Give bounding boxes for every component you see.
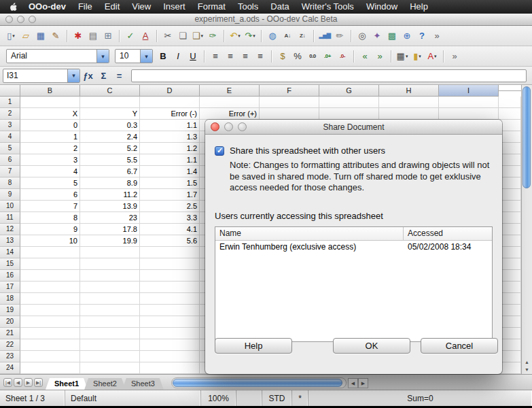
cell-B23[interactable] [20,351,80,362]
row-header-7[interactable]: 7 [0,166,20,177]
last-sheet-button[interactable]: ▶| [34,378,43,387]
cell-D1[interactable] [140,97,200,108]
cell-C18[interactable] [80,293,140,305]
cell-D4[interactable]: 1.3 [140,131,200,143]
menu-file[interactable]: File [72,0,99,14]
cell-B12[interactable]: 9 [20,224,80,235]
cell-B9[interactable]: 6 [20,189,80,201]
cell-D3[interactable]: 1.1 [140,120,200,131]
cell-D7[interactable]: 1.4 [140,166,200,177]
cell-C13[interactable]: 19.9 [80,235,140,247]
spellcheck-icon[interactable]: ✓ [124,29,137,43]
cell-D23[interactable] [140,351,200,362]
row-header-18[interactable]: 18 [0,293,20,305]
cell-C19[interactable] [80,305,140,316]
share-checkbox[interactable] [215,146,224,156]
row-header-5[interactable]: 5 [0,143,20,154]
cell-C5[interactable]: 5.2 [80,143,140,154]
cell-D10[interactable]: 2.5 [140,201,200,212]
apple-menu-icon[interactable] [4,2,22,12]
cell-B3[interactable]: 0 [20,120,80,131]
cell-B5[interactable]: 2 [20,143,80,154]
row-header-12[interactable]: 12 [0,224,20,235]
row-header-15[interactable]: 15 [0,258,20,270]
increase-indent-icon[interactable]: » [373,49,387,63]
cell-D20[interactable] [140,316,200,328]
window-zoom-button[interactable] [29,16,36,23]
cell-D5[interactable]: 1.2 [140,143,200,154]
auto-spellcheck-icon[interactable]: A [139,29,152,43]
cell-C22[interactable] [80,339,140,351]
cell-B20[interactable] [20,316,80,328]
cell-B15[interactable] [20,258,80,270]
cell-G1[interactable] [319,97,379,108]
cell-D18[interactable] [140,293,200,305]
font-size-dropdown-icon[interactable] [140,50,152,63]
menu-help[interactable]: Help [404,0,434,14]
background-color-icon[interactable]: ▮▾ [410,49,424,63]
column-header-B[interactable]: B [20,85,80,97]
cell-C15[interactable] [80,258,140,270]
users-table-header-accessed[interactable]: Accessed [404,227,447,240]
row-header-17[interactable]: 17 [0,282,20,293]
cell-D21[interactable] [140,328,200,339]
delete-decimal-icon[interactable]: .0- [336,49,349,63]
cell-D19[interactable] [140,305,200,316]
cell-C10[interactable]: 13.9 [80,201,140,212]
hyperlink-icon[interactable]: ◍ [266,29,279,43]
column-header-partial[interactable] [499,90,521,91]
cell-E1[interactable] [200,97,260,108]
menu-data[interactable]: Data [264,0,295,14]
cell-B2[interactable]: X [20,108,80,120]
column-header-F[interactable]: F [260,85,319,97]
row-header-14[interactable]: 14 [0,247,20,258]
zoom-icon[interactable]: ⊕ [400,29,414,43]
scroll-right-icon[interactable]: ▶ [358,378,368,388]
cell-D15[interactable] [140,258,200,270]
menu-insert[interactable]: Insert [157,0,192,14]
sort-descending-icon[interactable]: Z↓ [296,29,309,43]
menu-format[interactable]: Format [192,0,232,14]
undo-icon[interactable]: ↶▾ [228,29,242,43]
cell-B8[interactable]: 5 [20,177,80,189]
column-header-C[interactable]: C [80,85,140,97]
row-header-4[interactable]: 4 [0,131,20,143]
cell-B11[interactable]: 8 [20,212,80,224]
row-header-23[interactable]: 23 [0,351,20,362]
cell-E2[interactable]: Error (+) [200,108,260,120]
cell-C4[interactable]: 2.4 [80,131,140,143]
cell-D13[interactable]: 5.6 [140,235,200,247]
cell-D6[interactable]: 1.1 [140,154,200,166]
print-icon[interactable]: ▤ [86,29,100,43]
add-decimal-icon[interactable]: .0+ [321,49,334,63]
font-size-select[interactable]: 10 [115,49,153,63]
font-name-select[interactable]: Arial [6,49,109,63]
dialog-titlebar[interactable]: Share Document [205,120,502,135]
select-all-corner[interactable] [0,85,20,97]
cell-B10[interactable]: 7 [20,201,80,212]
paste-icon[interactable]: ❑▾ [191,29,205,43]
row-header-2[interactable]: 2 [0,108,20,120]
cell-C3[interactable]: 0.3 [80,120,140,131]
cell-B18[interactable] [20,293,80,305]
cell-partial-2[interactable] [499,108,521,120]
cell-H2[interactable] [379,108,439,120]
cell-D9[interactable]: 1.7 [140,189,200,201]
cell-D16[interactable] [140,270,200,282]
align-justified-icon[interactable]: ≡ [253,49,267,63]
function-wizard-button[interactable]: ƒx [81,69,95,82]
previous-sheet-button[interactable]: ◀ [14,378,22,387]
vertical-scrollbar[interactable]: ▲ ▼ [521,85,532,374]
new-document-icon[interactable]: ▯▾ [4,29,18,43]
format-percent-icon[interactable]: % [291,49,304,63]
cell-D14[interactable] [140,247,200,258]
scroll-left-icon[interactable]: ◀ [348,378,358,388]
decrease-indent-icon[interactable]: « [358,49,372,63]
cell-B4[interactable]: 1 [20,131,80,143]
bold-icon[interactable]: B [156,49,170,63]
row-header-1[interactable]: 1 [0,97,20,108]
column-header-I[interactable]: I [439,85,499,97]
cell-C21[interactable] [80,328,140,339]
save-icon[interactable]: ▦ [34,29,48,43]
cell-C23[interactable] [80,351,140,362]
